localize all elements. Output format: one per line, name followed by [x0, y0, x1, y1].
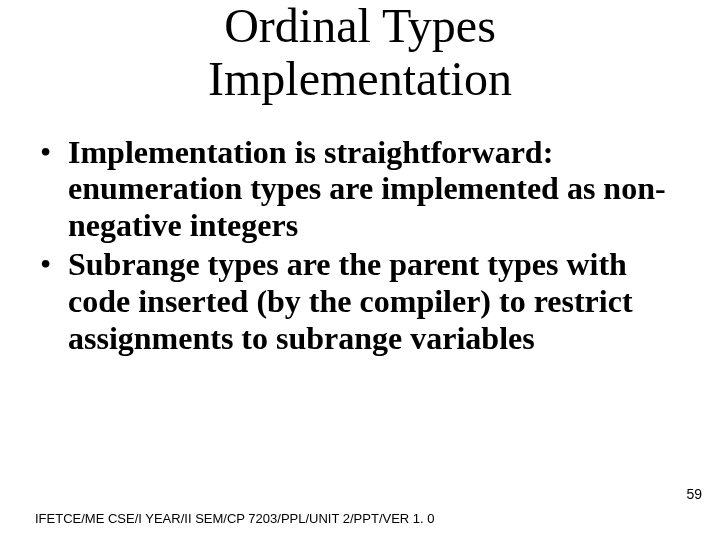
- footer-text: IFETCE/ME CSE/I YEAR/II SEM/CP 7203/PPL/…: [35, 511, 435, 526]
- bullet-list: Implementation is straightforward: enume…: [0, 106, 720, 357]
- title-line-2: Implementation: [208, 52, 512, 105]
- page-number: 59: [686, 486, 702, 502]
- title-line-1: Ordinal Types: [224, 0, 496, 52]
- slide-title: Ordinal Types Implementation: [0, 0, 720, 106]
- bullet-text: Subrange types are the parent types with…: [68, 246, 633, 356]
- bullet-item: Implementation is straightforward: enume…: [38, 134, 682, 244]
- bullet-item: Subrange types are the parent types with…: [38, 246, 682, 356]
- bullet-text: Implementation is straightforward: enume…: [68, 134, 666, 244]
